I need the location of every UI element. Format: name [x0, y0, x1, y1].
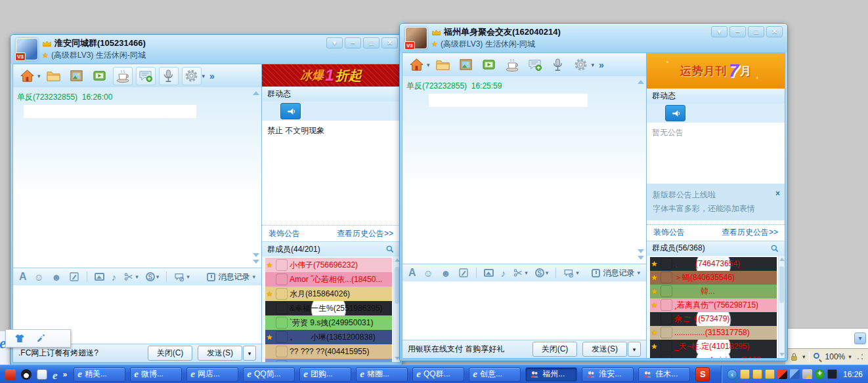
member-row[interactable]: ★ Amor ˝心若相依...(18450...: [265, 272, 392, 287]
coffee-icon[interactable]: [502, 56, 522, 74]
settings-gear-icon[interactable]: [571, 56, 591, 74]
microphone-icon[interactable]: [548, 56, 568, 74]
taskbar-window-button[interactable]: e 福州...: [525, 367, 577, 382]
minimize-button[interactable]: [729, 26, 746, 37]
qq-group-tray-icon[interactable]: [765, 369, 775, 379]
qq-penguin-icon[interactable]: [21, 369, 32, 380]
member-row[interactable]: ★ 水月(815864026): [265, 287, 392, 301]
toolbar-overflow-chevron[interactable]: »: [599, 60, 604, 70]
microphone-icon[interactable]: [159, 67, 179, 85]
search-icon[interactable]: [385, 245, 395, 254]
taskbar-window-button[interactable]: e QQ群...: [412, 367, 464, 382]
member-row[interactable]: ★ ▲ 情侣太拥挤(7356...: [265, 359, 392, 362]
chat-scrollbar[interactable]: [636, 79, 644, 261]
lock-dropdown-caret[interactable]: ▾: [802, 353, 806, 360]
music-icon[interactable]: ♪: [112, 272, 117, 282]
shirt-icon[interactable]: [14, 333, 26, 344]
announcement-horn-icon[interactable]: [280, 103, 301, 119]
maximize-button[interactable]: [748, 26, 764, 37]
zoom-icon[interactable]: [813, 352, 822, 361]
decorate-announcement-link[interactable]: 装饰公告: [269, 228, 300, 239]
coffee-icon[interactable]: [113, 67, 133, 85]
display-tray-icon[interactable]: [827, 369, 837, 379]
send-image-icon[interactable]: [484, 269, 494, 277]
close-chat-button[interactable]: 关闭(C): [148, 346, 192, 361]
album-icon[interactable]: [456, 56, 476, 74]
ad-banner[interactable]: 冰爆 1 折起: [262, 64, 400, 87]
toolbar-overflow-chevron[interactable]: »: [209, 71, 215, 81]
emoticon-icon[interactable]: ☺: [34, 272, 44, 282]
taskbar-window-button[interactable]: e 佳木...: [638, 367, 690, 382]
new-message-icon[interactable]: [136, 67, 156, 85]
promo-text[interactable]: 用银联在线支付 首购享好礼: [408, 344, 504, 355]
close-chat-button[interactable]: 关闭(C): [532, 342, 577, 357]
tray-clock[interactable]: 16:26: [843, 370, 863, 379]
bird-app-tray-icon[interactable]: [777, 369, 787, 379]
close-button[interactable]: [381, 37, 398, 49]
scissors-icon[interactable]: ▾: [123, 272, 139, 282]
send-options-caret[interactable]: ▾: [243, 346, 256, 361]
font-icon[interactable]: A: [19, 272, 27, 282]
folder-icon[interactable]: [44, 67, 64, 85]
send-options-caret[interactable]: ▾: [628, 342, 641, 357]
member-row[interactable]: ★ 、 (746473654): [650, 257, 777, 271]
show-desktop-icon[interactable]: [37, 369, 47, 380]
ad-message-image[interactable]: [429, 94, 588, 107]
qq-show-icon[interactable]: S▾: [146, 272, 160, 281]
member-row[interactable]: ★ _天~柱.定(41018295): [650, 340, 777, 353]
music-icon[interactable]: ♪: [501, 268, 506, 278]
zoom-dropdown-caret[interactable]: ▾: [848, 353, 852, 360]
antivirus-tray-icon[interactable]: [815, 369, 825, 379]
taskbar-window-button[interactable]: e 创意...: [469, 367, 521, 382]
video-icon[interactable]: [479, 56, 499, 74]
screen-capture-icon[interactable]: [69, 272, 79, 282]
member-row[interactable]: ★ 韓...: [650, 285, 777, 298]
member-row[interactable]: ★ 。 小琳(1361200838): [265, 330, 392, 344]
taskbar-window-button[interactable]: e QQ简...: [243, 367, 295, 382]
network-tray-icon[interactable]: [790, 369, 800, 379]
tip-close-icon[interactable]: ×: [775, 187, 780, 201]
chat-history-area[interactable]: 单反(723232855) 16:26:00: [13, 87, 261, 268]
taskbar-window-button[interactable]: e 网店...: [186, 367, 238, 382]
taskbar-window-button[interactable]: e 团购...: [299, 367, 351, 382]
wrench-icon[interactable]: [36, 333, 47, 344]
sogou-input-button[interactable]: S: [695, 367, 710, 382]
chat-scrollbar[interactable]: [251, 90, 259, 265]
taskbar-window-button[interactable]: e 微博...: [130, 367, 182, 382]
magic-face-icon[interactable]: ☻: [51, 272, 62, 282]
album-icon[interactable]: [67, 67, 87, 85]
announcement-horn-icon[interactable]: [665, 105, 685, 121]
member-row[interactable]: ★ &幸福一生%(2551986395): [265, 301, 392, 315]
voice-chat-icon[interactable]: ▾: [174, 272, 190, 283]
send-button[interactable]: 发送(S): [198, 346, 242, 361]
settings-dropdown-caret[interactable]: ▾: [592, 62, 595, 68]
taskbar-window-button[interactable]: e 淮安...: [582, 367, 634, 382]
send-image-icon[interactable]: [95, 273, 104, 281]
member-row[interactable]: ★ `劳资 9.s拽(249950031): [265, 315, 392, 330]
home-icon[interactable]: [17, 67, 37, 85]
ie-zoom-level[interactable]: 100%: [825, 352, 846, 361]
ad-banner[interactable]: 运势月刊 7 月: [647, 53, 785, 89]
taskbar-window-button[interactable]: e 猪圈...: [356, 367, 408, 382]
history-announcement-link[interactable]: 查看历史公告>>: [337, 228, 393, 239]
qq-group-tray-icon[interactable]: [740, 369, 750, 379]
skin-button[interactable]: [711, 26, 727, 37]
settings-gear-icon[interactable]: [182, 67, 202, 85]
member-row[interactable]: ★ ?? ??? ??(404415955): [265, 344, 392, 359]
group-avatar[interactable]: V3: [405, 27, 427, 49]
new-message-icon[interactable]: [525, 56, 545, 74]
member-row[interactable]: ★ 小伟子(756696232): [265, 258, 392, 272]
decorate-announcement-link[interactable]: 装饰公告: [653, 227, 685, 238]
group-avatar[interactable]: V3: [16, 38, 38, 60]
skin-button[interactable]: [326, 37, 343, 49]
quicklaunch-chevron[interactable]: »: [63, 370, 68, 379]
message-history-button[interactable]: 消息记录▾: [207, 272, 255, 283]
home-dropdown-caret[interactable]: ▾: [427, 62, 430, 68]
home-icon[interactable]: [406, 56, 426, 74]
member-row[interactable]: ★ wennuan<haixines@163.c...: [650, 353, 777, 359]
qq-show-icon[interactable]: S▾: [535, 268, 549, 277]
audio-warning-tray-icon[interactable]: [802, 369, 812, 379]
taskbar-window-button[interactable]: e 精美...: [74, 367, 125, 382]
voice-chat-icon[interactable]: ▾: [563, 268, 579, 279]
home-dropdown-caret[interactable]: ▾: [37, 73, 41, 79]
